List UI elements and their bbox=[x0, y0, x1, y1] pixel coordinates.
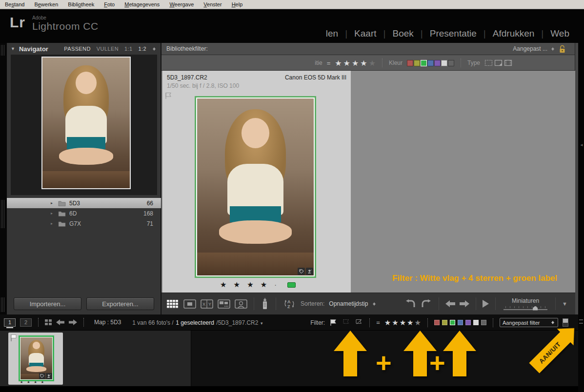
loupe-view-icon[interactable] bbox=[183, 299, 196, 309]
module-web[interactable]: Web bbox=[544, 28, 576, 39]
painter-spray-icon[interactable] bbox=[261, 297, 269, 310]
collapse-triangle-icon[interactable]: ▼ bbox=[11, 46, 15, 51]
filter-stars-filled[interactable]: ★★★★ bbox=[384, 318, 415, 327]
folder-expand-icon[interactable]: ▸ bbox=[51, 211, 55, 216]
zoom-1-1[interactable]: 1:1 bbox=[124, 46, 133, 52]
module-ontwikkelen-truncated[interactable]: len bbox=[319, 28, 345, 39]
menu-venster[interactable]: Venster bbox=[199, 0, 226, 8]
folder-6d[interactable]: ▸ 6D 168 bbox=[7, 208, 161, 218]
filter-star-empty[interactable]: ★ bbox=[415, 318, 421, 327]
flag-pick-filter-icon[interactable] bbox=[329, 319, 338, 326]
folder-expand-icon[interactable]: ▸ bbox=[51, 221, 55, 226]
folder-icon bbox=[58, 200, 66, 206]
zoom-spinner-icon[interactable] bbox=[152, 46, 157, 52]
rating-stars-filled[interactable]: ★★★★ bbox=[335, 59, 368, 67]
filmstrip-source-caret-icon[interactable]: ▾ bbox=[261, 321, 263, 326]
keyword-badge-icon[interactable] bbox=[298, 268, 305, 275]
swatch-green-selected[interactable] bbox=[421, 60, 427, 66]
grid-scrollbar[interactable] bbox=[575, 43, 578, 314]
adjustments-badge-icon[interactable] bbox=[46, 373, 52, 379]
filter-preset-dropdown[interactable]: Aangepast ... bbox=[513, 45, 547, 52]
module-afdrukken[interactable]: Afdrukken bbox=[486, 28, 542, 39]
toolbar-options-chevron-icon[interactable]: ▼ bbox=[562, 301, 567, 307]
back-arrow-icon[interactable] bbox=[56, 319, 64, 325]
menu-bestand[interactable]: Bestand bbox=[0, 0, 29, 8]
export-button[interactable]: Exporteren... bbox=[86, 297, 154, 310]
filmstrip-photo[interactable] bbox=[19, 335, 54, 381]
preset-spinner-icon[interactable] bbox=[551, 46, 555, 52]
swatch-gray[interactable] bbox=[448, 60, 454, 66]
zoom-1-2[interactable]: 1:2 bbox=[139, 46, 147, 52]
flag-outline-icon[interactable] bbox=[164, 92, 172, 99]
people-view-icon[interactable] bbox=[235, 299, 247, 309]
fs-swatch-gray[interactable] bbox=[481, 320, 486, 325]
type-master-photo-icon[interactable] bbox=[484, 59, 493, 66]
folder-expand-icon[interactable]: ▸ bbox=[51, 201, 55, 205]
filter-rating-operator[interactable]: = bbox=[376, 319, 380, 326]
current-folder-label[interactable]: Map : 5D3 bbox=[94, 319, 121, 326]
folder-g7x[interactable]: ▸ G7X 71 bbox=[7, 218, 161, 229]
import-button[interactable]: Importeren... bbox=[14, 297, 81, 310]
go-to-grid-icon[interactable] bbox=[45, 319, 52, 325]
swatch-yellow[interactable] bbox=[414, 60, 420, 66]
module-boek[interactable]: Boek bbox=[385, 28, 420, 39]
forward-arrow-icon[interactable] bbox=[69, 319, 77, 325]
next-photo-icon[interactable] bbox=[460, 300, 469, 307]
folder-5d3[interactable]: ▸ 5D3 66 bbox=[7, 198, 161, 208]
swatch-white[interactable] bbox=[441, 60, 447, 66]
cell-rating-stars[interactable]: ★ ★ ★ ★ bbox=[220, 280, 269, 289]
thumbnail-size-slider[interactable] bbox=[503, 306, 547, 311]
module-kaart[interactable]: Kaart bbox=[347, 28, 383, 39]
filter-preset-select[interactable]: Aangepast filter bbox=[500, 318, 558, 327]
flag-reject-filter-icon[interactable] bbox=[355, 319, 363, 326]
menu-help[interactable]: Help bbox=[227, 0, 248, 8]
rotate-right-icon[interactable] bbox=[421, 299, 432, 308]
survey-view-icon[interactable] bbox=[218, 299, 230, 309]
cell-star-placeholder[interactable]: · bbox=[274, 281, 277, 289]
zoom-passend[interactable]: PASSEND bbox=[64, 46, 91, 52]
adjustments-badge-icon[interactable] bbox=[306, 268, 313, 275]
lock-open-icon[interactable] bbox=[559, 45, 566, 53]
type-video-icon[interactable] bbox=[504, 59, 512, 66]
left-panel-edge[interactable] bbox=[0, 43, 7, 314]
primary-monitor-button[interactable]: 1 bbox=[4, 318, 16, 327]
photo-cell-selected[interactable]: 5D3_1897.CR2 Canon EOS 5D Mark III 1/50 … bbox=[162, 71, 351, 293]
keyword-badge-icon[interactable] bbox=[39, 373, 45, 379]
main-photo[interactable] bbox=[195, 96, 316, 278]
menu-weergave[interactable]: Weergave bbox=[164, 0, 199, 8]
filmstrip-thumbnail-cell[interactable]: ★ ★ ★ ★ bbox=[8, 333, 63, 385]
sort-direction-icon[interactable]: A Z bbox=[282, 298, 296, 309]
module-presentatie[interactable]: Presentatie bbox=[423, 28, 483, 39]
slideshow-play-icon[interactable] bbox=[483, 300, 489, 308]
fs-swatch-white[interactable] bbox=[473, 320, 479, 325]
sort-spinner-icon[interactable] bbox=[372, 301, 377, 307]
navigator-preview[interactable] bbox=[11, 55, 157, 195]
fs-swatch-green-selected[interactable] bbox=[450, 320, 455, 325]
menu-foto[interactable]: Foto bbox=[99, 0, 120, 8]
swatch-purple[interactable] bbox=[434, 60, 441, 66]
sort-value-dropdown[interactable]: Opnametijdstip bbox=[329, 300, 368, 307]
type-virtual-copy-icon[interactable] bbox=[494, 59, 503, 66]
navigator-photo[interactable] bbox=[41, 57, 131, 189]
swatch-blue[interactable] bbox=[427, 60, 434, 66]
navigator-header[interactable]: ▼ Navigator PASSEND VULLEN 1:1 1:2 bbox=[7, 43, 161, 55]
white-flag-icon[interactable] bbox=[9, 333, 18, 342]
green-label-chip[interactable] bbox=[287, 282, 296, 288]
grid-view-icon[interactable] bbox=[166, 299, 179, 309]
fs-swatch-red[interactable] bbox=[434, 320, 440, 325]
zoom-vullen[interactable]: VULLEN bbox=[97, 46, 119, 52]
secondary-monitor-button[interactable]: 2 bbox=[20, 318, 32, 327]
previous-photo-icon[interactable] bbox=[445, 300, 455, 307]
compare-view-icon[interactable]: XY bbox=[201, 299, 213, 309]
swatch-red[interactable] bbox=[407, 60, 413, 66]
rotate-left-icon[interactable] bbox=[404, 299, 416, 308]
rating-star-empty[interactable]: ★ bbox=[369, 59, 376, 67]
fs-swatch-purple[interactable] bbox=[465, 320, 471, 325]
menu-bewerken[interactable]: Bewerken bbox=[29, 0, 63, 8]
rating-operator[interactable]: = bbox=[327, 59, 331, 67]
flag-unflagged-filter-icon[interactable] bbox=[342, 319, 350, 326]
fs-swatch-yellow[interactable] bbox=[442, 320, 447, 325]
menu-bibliotheek[interactable]: Bibliotheek bbox=[63, 0, 99, 8]
menu-metagegevens[interactable]: Metagegevens bbox=[120, 0, 164, 8]
fs-swatch-blue[interactable] bbox=[458, 320, 463, 325]
